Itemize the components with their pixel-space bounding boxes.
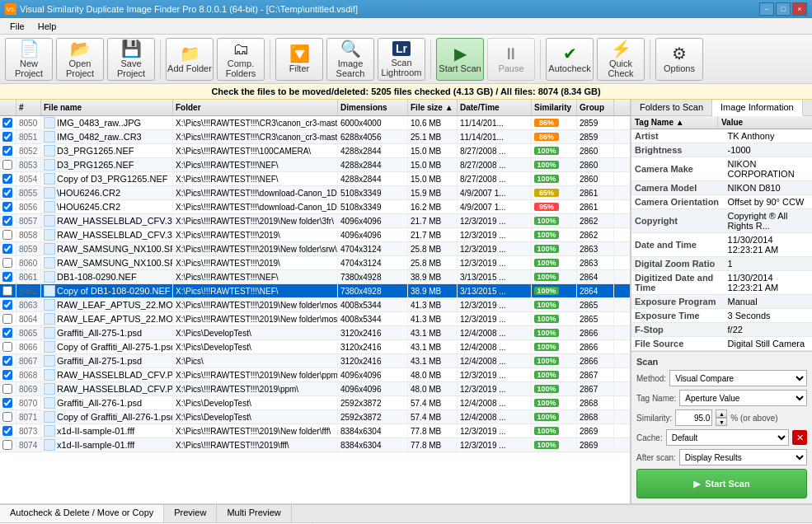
image-search-button[interactable]: 🔍 Image Search xyxy=(326,38,374,81)
row-checkbox[interactable] xyxy=(2,314,12,324)
filter-button[interactable]: 🔽 Filter xyxy=(275,38,323,81)
similarity-input[interactable] xyxy=(675,409,712,426)
cell-check[interactable] xyxy=(0,256,16,269)
row-checkbox[interactable] xyxy=(2,258,12,268)
row-checkbox[interactable] xyxy=(2,342,12,352)
table-row[interactable]: 8065 Graffiti_All-275-1.psd X:\Pics\Deve… xyxy=(0,326,630,340)
tab-preview[interactable]: Preview xyxy=(164,505,217,522)
table-row[interactable]: 8062 Copy of DB1-108-0290.NEF X:\Pics\!!… xyxy=(0,284,630,298)
table-row[interactable]: 8054 Copy of D3_PRG1265.NEF X:\Pics\!!!R… xyxy=(0,172,630,186)
row-checkbox[interactable] xyxy=(2,160,12,170)
row-checkbox[interactable] xyxy=(2,286,12,296)
table-row[interactable]: 8069 RAW_HASSELBLAD_CFV.PPM X:\Pics\!!!R… xyxy=(0,382,630,396)
cell-check[interactable] xyxy=(0,186,16,199)
table-row[interactable]: 8070 Graffiti_All-276-1.psd X:\Pics\Deve… xyxy=(0,396,630,410)
maximize-button[interactable]: □ xyxy=(776,2,791,16)
tagname-combo[interactable]: Aperture Value xyxy=(679,390,807,406)
row-checkbox[interactable] xyxy=(2,412,12,422)
quick-check-button[interactable]: ⚡ Quick Check xyxy=(597,38,645,81)
cell-check[interactable] xyxy=(0,284,16,297)
close-button[interactable]: × xyxy=(792,2,807,16)
cell-check[interactable] xyxy=(0,242,16,255)
tab-autocheck[interactable]: Autocheck & Delete / Move or Copy xyxy=(0,505,164,522)
start-scan-button[interactable]: ▶ Start Scan xyxy=(436,38,484,81)
menu-help[interactable]: Help xyxy=(31,20,63,33)
cell-check[interactable] xyxy=(0,172,16,185)
table-row[interactable]: 8071 Copy of Graffiti_All-276-1.psd X:\P… xyxy=(0,410,630,424)
row-checkbox[interactable] xyxy=(2,188,12,198)
col-header-size[interactable]: File size ▲ xyxy=(408,100,458,115)
row-checkbox[interactable] xyxy=(2,384,12,394)
table-row[interactable]: 8066 Copy of Graffiti_All-275-1.psd X:\P… xyxy=(0,340,630,354)
menu-file[interactable]: File xyxy=(3,20,31,33)
cell-check[interactable] xyxy=(0,382,16,395)
tab-multi-preview[interactable]: Multi Preview xyxy=(217,505,291,522)
cache-clear-button[interactable]: ✕ xyxy=(792,430,807,445)
cell-check[interactable] xyxy=(0,326,16,339)
add-folder-button[interactable]: 📁 Add Folder xyxy=(166,38,214,81)
cell-check[interactable] xyxy=(0,144,16,157)
col-header-sim[interactable]: Similarity xyxy=(532,100,577,115)
row-checkbox[interactable] xyxy=(2,244,12,254)
table-row[interactable]: 8064 RAW_LEAF_APTUS_22.MOS X:\Pics\!!!RA… xyxy=(0,312,630,326)
cell-check[interactable] xyxy=(0,270,16,283)
options-button[interactable]: ⚙ Options xyxy=(655,38,703,81)
similarity-up-button[interactable]: ▲ xyxy=(716,409,727,418)
table-row[interactable]: 8068 RAW_HASSELBLAD_CFV.PPM X:\Pics\!!!R… xyxy=(0,368,630,382)
cell-check[interactable] xyxy=(0,410,16,423)
cell-check[interactable] xyxy=(0,368,16,381)
row-checkbox[interactable] xyxy=(2,146,12,156)
pause-button[interactable]: ⏸ Pause xyxy=(487,38,535,81)
row-checkbox[interactable] xyxy=(2,132,12,142)
table-row[interactable]: 8063 RAW_LEAF_APTUS_22.MOS X:\Pics\!!!RA… xyxy=(0,298,630,312)
open-project-button[interactable]: 📂 Open Project xyxy=(56,38,104,81)
cell-check[interactable] xyxy=(0,438,16,451)
row-checkbox[interactable] xyxy=(2,356,12,366)
row-checkbox[interactable] xyxy=(2,440,12,450)
start-scan-main-button[interactable]: ▶ Start Scan xyxy=(636,469,807,498)
col-header-num[interactable]: # xyxy=(16,100,41,115)
col-header-filename[interactable]: File name xyxy=(41,100,173,115)
cell-check[interactable] xyxy=(0,130,16,143)
row-checkbox[interactable] xyxy=(2,216,12,226)
table-row[interactable]: 8061 DB1-108-0290.NEF X:\Pics\!!!RAWTEST… xyxy=(0,270,630,284)
save-project-button[interactable]: 💾 Save Project xyxy=(107,38,155,81)
col-header-dims[interactable]: Dimensions xyxy=(338,100,408,115)
table-row[interactable]: 8053 D3_PRG1265.NEF X:\Pics\!!!RAWTEST!!… xyxy=(0,158,630,172)
cell-check[interactable] xyxy=(0,116,16,129)
row-checkbox[interactable] xyxy=(2,426,12,436)
row-checkbox[interactable] xyxy=(2,174,12,184)
minimize-button[interactable]: − xyxy=(759,2,774,16)
cell-check[interactable] xyxy=(0,228,16,241)
table-row[interactable]: 8073 x1d-II-sample-01.fff X:\Pics\!!!RAW… xyxy=(0,424,630,438)
file-table-body[interactable]: 8050 IMG_0483_raw..JPG X:\Pics\!!!RAWTES… xyxy=(0,116,630,503)
table-row[interactable]: 8051 IMG_0482_raw..CR3 X:\Pics\!!!RAWTES… xyxy=(0,130,630,144)
cell-check[interactable] xyxy=(0,340,16,353)
table-row[interactable]: 8067 Graffiti_All-275-1.psd X:\Pics\ 312… xyxy=(0,354,630,368)
after-scan-combo[interactable]: Display Results xyxy=(679,449,807,466)
tab-folders-to-scan[interactable]: Folders to Scan xyxy=(631,100,712,115)
method-combo[interactable]: Visual Compare xyxy=(669,370,807,386)
row-checkbox[interactable] xyxy=(2,118,12,128)
table-row[interactable]: 8058 RAW_HASSELBLAD_CFV.3FR X:\Pics\!!!R… xyxy=(0,228,630,242)
similarity-down-button[interactable]: ▼ xyxy=(716,418,727,426)
scan-lightroom-button[interactable]: Lr Scan Lightroom xyxy=(378,38,425,81)
table-row[interactable]: 8052 D3_PRG1265.NEF X:\Pics\!!!RAWTEST!!… xyxy=(0,144,630,158)
table-row[interactable]: 8060 RAW_SAMSUNG_NX100.SRW X:\Pics\!!!RA… xyxy=(0,256,630,270)
cell-check[interactable] xyxy=(0,298,16,311)
info-scroll[interactable]: Artist TK Anthony Brightness -1000 Camer… xyxy=(631,129,812,351)
row-checkbox[interactable] xyxy=(2,300,12,310)
col-header-group[interactable]: Group xyxy=(577,100,614,115)
cache-combo[interactable]: Default xyxy=(666,429,789,446)
table-row[interactable]: 8056 \HOU6245.CR2 X:\Pics\!!!RAWTEST!!!\… xyxy=(0,200,630,214)
row-checkbox[interactable] xyxy=(2,370,12,380)
row-checkbox[interactable] xyxy=(2,328,12,338)
table-row[interactable]: 8057 RAW_HASSELBLAD_CFV.3FR X:\Pics\!!!R… xyxy=(0,214,630,228)
table-row[interactable]: 8059 RAW_SAMSUNG_NX100.SRW X:\Pics\!!!RA… xyxy=(0,242,630,256)
row-checkbox[interactable] xyxy=(2,398,12,408)
cell-check[interactable] xyxy=(0,200,16,213)
tab-image-information[interactable]: Image Information xyxy=(712,100,803,116)
new-project-button[interactable]: 📄 New Project xyxy=(5,38,53,81)
cell-check[interactable] xyxy=(0,424,16,437)
cell-check[interactable] xyxy=(0,214,16,227)
